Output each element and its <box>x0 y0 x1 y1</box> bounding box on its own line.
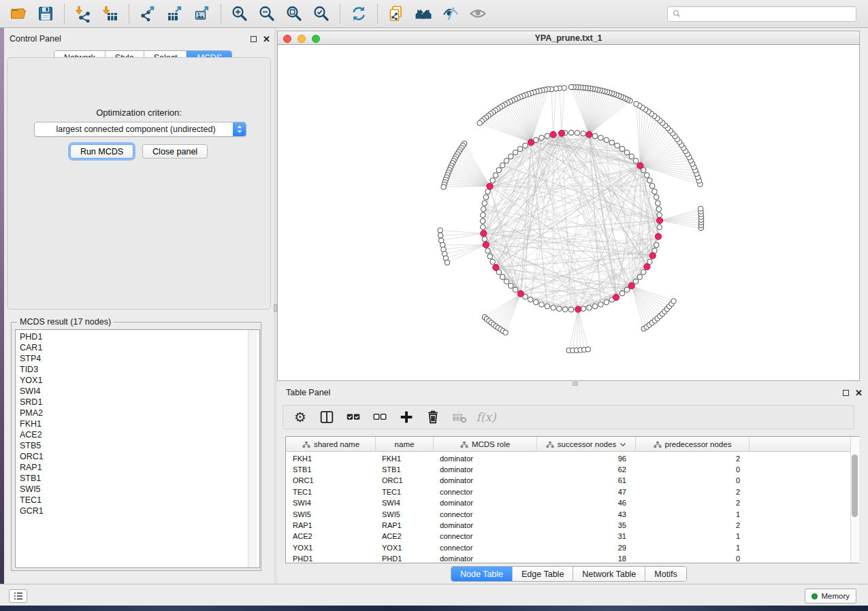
table-row[interactable]: RAP1RAP1dominator352 <box>286 519 850 531</box>
mcds-result-node[interactable]: TID3 <box>16 364 259 375</box>
task-history-button[interactable] <box>9 589 27 603</box>
table-row[interactable]: ORC1ORC1dominator610 <box>286 475 850 486</box>
status-bar: Memory <box>0 584 868 606</box>
mcds-result-node[interactable]: SRD1 <box>16 397 259 408</box>
hierarchy-icon <box>302 441 310 448</box>
save-session-button[interactable] <box>32 3 59 24</box>
cell-mcds-role: dominator <box>440 475 537 486</box>
table-panel-title: Table Panel <box>286 388 330 397</box>
close-table-panel-icon[interactable]: ✕ <box>854 389 863 397</box>
export-image-icon <box>193 5 211 22</box>
eye-button[interactable] <box>464 3 492 24</box>
cell-name: TEC1 <box>382 486 434 497</box>
network-window-titlebar[interactable]: YPA_prune.txt_1 <box>277 31 860 45</box>
select-all-checks-button[interactable] <box>343 408 364 427</box>
cell-predecessor-nodes: 2 <box>636 486 740 497</box>
close-panel-button[interactable]: Close panel <box>142 144 208 159</box>
mcds-result-node[interactable]: ACE2 <box>16 429 259 440</box>
zoom-in-button[interactable] <box>226 3 253 24</box>
mcds-result-node[interactable]: CAR1 <box>16 342 259 353</box>
toolbar-group-4 <box>340 3 377 24</box>
mcds-result-node[interactable]: SWI5 <box>16 484 259 495</box>
zoom-out-button[interactable] <box>253 3 280 24</box>
cell-shared-name: SWI5 <box>293 508 376 520</box>
mcds-result-node[interactable]: SWI4 <box>16 386 259 397</box>
cell-shared-name: STB1 <box>293 463 376 475</box>
split-columns-button[interactable] <box>317 408 337 427</box>
memory-button[interactable]: Memory <box>805 589 856 604</box>
mcds-result-node[interactable]: ORC1 <box>16 451 259 462</box>
column-header-MCDS-role[interactable]: MCDS role <box>434 437 537 452</box>
table-row[interactable]: SWI4SWI4dominator462 <box>286 497 850 509</box>
table-row[interactable]: ACE2ACE2connector311 <box>286 531 850 542</box>
mcds-result-node[interactable]: RAP1 <box>16 462 259 473</box>
table-header-row: shared namenameMCDS rolesuccessor nodesp… <box>286 437 858 452</box>
cell-successor-nodes: 47 <box>537 486 626 497</box>
horizontal-splitter-grip[interactable] <box>573 382 578 386</box>
table-row[interactable]: TEC1TEC1connector472 <box>286 486 850 497</box>
toolbar-group-1 <box>65 3 129 24</box>
mcds-result-node[interactable]: STB5 <box>16 440 259 451</box>
clone-network-button[interactable] <box>383 3 410 24</box>
mcds-result-node[interactable]: FKH1 <box>16 418 259 429</box>
export-network-button[interactable] <box>134 3 161 24</box>
import-table-button[interactable] <box>97 3 124 24</box>
network-graph[interactable] <box>278 45 859 380</box>
cell-successor-nodes: 46 <box>537 497 626 509</box>
tab-edge-table[interactable]: Edge Table <box>512 567 573 581</box>
eye-slash-button[interactable] <box>437 3 464 24</box>
delete-table-button[interactable] <box>449 408 470 427</box>
export-image-button[interactable] <box>189 3 216 24</box>
export-table-button[interactable] <box>161 3 189 24</box>
table-scrollbar-thumb[interactable] <box>852 455 858 517</box>
function-button[interactable]: f(x) <box>476 408 496 427</box>
cell-mcds-role: dominator <box>440 452 537 464</box>
search-input[interactable] <box>684 7 856 20</box>
close-panel-icon[interactable]: ✕ <box>262 35 271 44</box>
table-row[interactable]: FKH1FKH1dominator962 <box>286 452 850 464</box>
float-table-panel-icon[interactable] <box>841 389 850 397</box>
mcds-result-node[interactable]: GCR1 <box>16 506 259 516</box>
desktop-wallpaper-bottom <box>0 606 868 611</box>
column-header-name[interactable]: name <box>376 437 434 452</box>
mcds-result-node[interactable]: PHD1 <box>16 331 259 342</box>
cell-successor-nodes: 61 <box>537 475 626 486</box>
mcds-result-node[interactable]: STB1 <box>16 473 259 484</box>
column-header-shared-name[interactable]: shared name <box>287 437 376 452</box>
table-row[interactable]: SWI5SWI5connector431 <box>286 508 850 520</box>
open-session-button[interactable] <box>5 3 32 24</box>
run-mcds-button[interactable]: Run MCDS <box>70 144 133 159</box>
cell-shared-name: YOX1 <box>293 542 376 553</box>
tab-network-table[interactable]: Network Table <box>573 567 645 581</box>
refresh-network-button[interactable] <box>345 3 372 24</box>
float-window-icon[interactable] <box>249 35 258 44</box>
tab-motifs[interactable]: Motifs <box>645 567 686 581</box>
mcds-result-node[interactable]: PMA2 <box>16 408 259 418</box>
cell-shared-name: FKH1 <box>293 452 376 464</box>
houses-icon <box>415 5 432 22</box>
table-row[interactable]: STB1STB1dominator620 <box>286 463 850 475</box>
main-toolbar <box>0 0 868 28</box>
mcds-result-list[interactable]: PHD1CAR1STP4TID3YOX1SWI4SRD1PMA2FKH1ACE2… <box>15 329 260 568</box>
result-list-scrollbar[interactable] <box>248 330 257 567</box>
delete-button[interactable] <box>423 408 443 427</box>
tab-node-table[interactable]: Node Table <box>451 567 512 581</box>
optimization-criterion-select[interactable]: largest connected component (undirected) <box>34 122 246 137</box>
mcds-result-node[interactable]: STP4 <box>16 353 259 364</box>
table-row[interactable]: YOX1YOX1connector291 <box>286 542 850 553</box>
cell-successor-nodes: 96 <box>537 452 626 464</box>
mcds-result-node[interactable]: YOX1 <box>16 375 259 386</box>
import-network-button[interactable] <box>69 3 97 24</box>
clear-checks-button[interactable] <box>370 408 390 427</box>
zoom-selected-button[interactable] <box>308 3 335 24</box>
search-field[interactable] <box>667 6 856 22</box>
network-canvas[interactable] <box>277 45 860 381</box>
zoom-fit-button[interactable] <box>280 3 308 24</box>
column-header-successor-nodes[interactable]: successor nodes <box>537 437 636 452</box>
settings-button[interactable]: ⚙ <box>290 408 310 427</box>
houses-button[interactable] <box>410 3 437 24</box>
add-button[interactable] <box>396 408 417 427</box>
table-row[interactable]: PHD1PHD1dominator180 <box>286 553 850 565</box>
mcds-result-node[interactable]: TEC1 <box>16 495 259 506</box>
column-header-predecessor-nodes[interactable]: predecessor nodes <box>636 437 750 452</box>
